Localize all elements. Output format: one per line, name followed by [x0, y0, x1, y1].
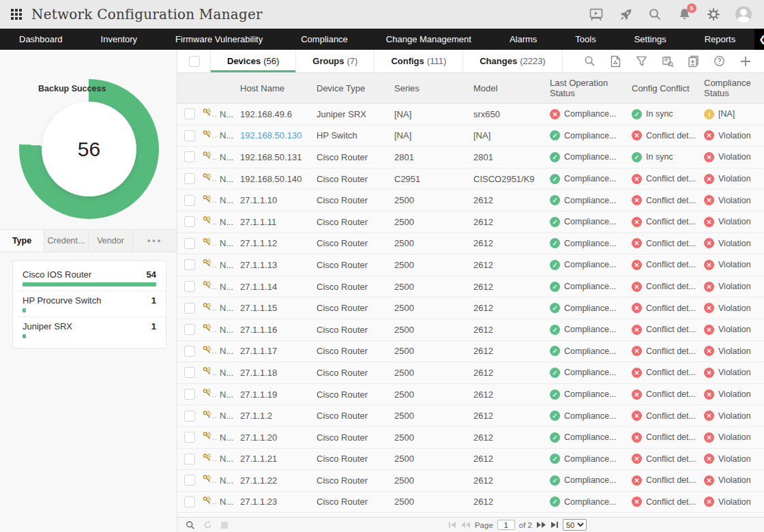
- tab-groups[interactable]: Groups(7): [295, 50, 374, 72]
- row-checkbox[interactable]: [184, 238, 195, 249]
- filter-funnel-icon[interactable]: [635, 55, 648, 68]
- tab-changes[interactable]: Changes(2223): [462, 50, 562, 72]
- demo-monitor-icon[interactable]: [589, 7, 604, 22]
- compliance-status-text[interactable]: Violation: [718, 217, 751, 226]
- compliance-status-text[interactable]: Violation: [718, 196, 751, 205]
- host-name[interactable]: 27.1.1.19: [240, 389, 317, 400]
- device-table-row[interactable]: .. N... 27.1.1.18 Cisco Router 2500 2612…: [177, 362, 764, 384]
- host-name[interactable]: 27.1.1.12: [240, 238, 317, 248]
- config-conflict-status-text[interactable]: In sync: [646, 109, 673, 119]
- device-name-truncated[interactable]: N...: [220, 282, 240, 292]
- last-operation-status-text[interactable]: Compliance...: [564, 497, 616, 507]
- row-checkbox[interactable]: [184, 367, 195, 378]
- page-number-input[interactable]: [497, 520, 515, 530]
- add-device-icon[interactable]: [739, 55, 752, 68]
- host-name[interactable]: 27.1.1.21: [240, 454, 317, 464]
- device-table-row[interactable]: .. N... 27.1.1.23 Cisco Router 2500 2612…: [177, 492, 764, 514]
- device-name-truncated[interactable]: N...: [220, 260, 240, 270]
- device-name-truncated[interactable]: N...: [220, 152, 240, 162]
- last-operation-status-text[interactable]: Compliance...: [564, 389, 616, 399]
- host-name[interactable]: 27.1.1.22: [240, 475, 317, 486]
- last-operation-status-text[interactable]: Compliance...: [564, 239, 616, 248]
- nav-item-tools[interactable]: Tools: [556, 29, 615, 50]
- nav-scroll-left-icon[interactable]: ❮: [754, 34, 764, 44]
- compliance-status-text[interactable]: Violation: [718, 454, 751, 464]
- row-checkbox[interactable]: [184, 454, 195, 464]
- col-model[interactable]: Model: [473, 83, 550, 93]
- config-conflict-status-text[interactable]: Conflict det...: [646, 475, 696, 485]
- row-checkbox[interactable]: [184, 216, 195, 227]
- select-all-checkbox[interactable]: [189, 56, 200, 67]
- device-name-truncated[interactable]: N...: [220, 195, 240, 205]
- row-checkbox[interactable]: [184, 411, 195, 422]
- nav-item-reports[interactable]: Reports: [686, 29, 755, 50]
- sidebar-tab-type[interactable]: Type: [0, 230, 44, 252]
- row-checkbox[interactable]: [184, 195, 195, 206]
- first-page-icon[interactable]: [448, 521, 456, 529]
- device-type-row[interactable]: Juniper SRX 1: [13, 317, 166, 342]
- last-operation-status-text[interactable]: Compliance...: [564, 152, 616, 162]
- compliance-status-text[interactable]: Violation: [718, 152, 751, 162]
- last-operation-status-text[interactable]: Compliance...: [564, 282, 616, 291]
- last-operation-status-text[interactable]: Compliance...: [564, 196, 616, 205]
- config-conflict-status-text[interactable]: In sync: [646, 152, 673, 162]
- config-conflict-status-text[interactable]: Conflict det...: [646, 411, 696, 421]
- config-conflict-status-text[interactable]: Conflict det...: [646, 454, 696, 464]
- donut-legend-label[interactable]: Backup Success: [38, 84, 106, 93]
- rocket-icon[interactable]: [618, 7, 633, 22]
- device-table-row[interactable]: .. N... 27.1.1.2 Cisco Router 2500 2612 …: [177, 405, 764, 427]
- row-checkbox[interactable]: [184, 475, 195, 486]
- device-name-truncated[interactable]: N...: [220, 303, 240, 313]
- last-operation-status-text[interactable]: Compliance...: [564, 131, 616, 141]
- config-conflict-status-text[interactable]: Conflict det...: [646, 260, 696, 269]
- config-search-icon[interactable]: [661, 55, 674, 68]
- col-host-name[interactable]: Host Name: [240, 83, 317, 93]
- host-name[interactable]: 27.1.1.15: [240, 303, 317, 313]
- host-name[interactable]: 27.1.1.18: [240, 368, 317, 378]
- device-name-truncated[interactable]: N...: [220, 130, 240, 141]
- host-name[interactable]: 27.1.1.23: [240, 497, 317, 507]
- host-name[interactable]: 27.1.1.13: [240, 260, 317, 270]
- host-name[interactable]: 27.1.1.17: [240, 346, 317, 356]
- last-operation-status-text[interactable]: Compliance...: [564, 109, 616, 119]
- last-operation-status-text[interactable]: Compliance...: [564, 475, 616, 485]
- row-checkbox[interactable]: [184, 173, 195, 184]
- compliance-status-text[interactable]: Violation: [718, 282, 751, 291]
- config-conflict-status-text[interactable]: Conflict det...: [646, 217, 696, 226]
- device-table-row[interactable]: .. N... 192.168.49.6 Juniper SRX [NA] sr…: [177, 104, 764, 125]
- last-operation-status-text[interactable]: Compliance...: [564, 368, 616, 377]
- row-checkbox[interactable]: [184, 346, 195, 357]
- device-table-row[interactable]: .. N... 27.1.1.13 Cisco Router 2500 2612…: [177, 254, 764, 276]
- device-name-truncated[interactable]: N...: [220, 109, 240, 119]
- help-icon[interactable]: [713, 55, 726, 68]
- row-checkbox[interactable]: [184, 108, 195, 119]
- row-checkbox[interactable]: [184, 130, 195, 141]
- device-table-row[interactable]: .. N... 27.1.1.15 Cisco Router 2500 2612…: [177, 297, 764, 319]
- config-conflict-status-text[interactable]: Conflict det...: [646, 368, 696, 377]
- device-name-truncated[interactable]: N...: [220, 368, 240, 378]
- export-pdf-icon[interactable]: [609, 55, 622, 68]
- device-name-truncated[interactable]: N...: [220, 217, 240, 227]
- last-operation-status-text[interactable]: Compliance...: [564, 325, 616, 334]
- col-compliance-status[interactable]: Compliance Status: [704, 78, 764, 98]
- row-checkbox[interactable]: [184, 281, 195, 292]
- host-name[interactable]: 27.1.1.11: [240, 217, 317, 227]
- config-conflict-status-text[interactable]: Conflict det...: [646, 239, 696, 248]
- device-name-truncated[interactable]: N...: [220, 411, 240, 421]
- device-table-row[interactable]: .. N... 27.1.1.19 Cisco Router 2500 2612…: [177, 384, 764, 406]
- compliance-status-text[interactable]: Violation: [718, 475, 751, 485]
- last-operation-status-text[interactable]: Compliance...: [564, 454, 616, 464]
- device-name-truncated[interactable]: N...: [220, 497, 240, 507]
- last-operation-status-text[interactable]: Compliance...: [564, 260, 616, 269]
- compliance-status-text[interactable]: Violation: [718, 239, 751, 248]
- config-conflict-status-text[interactable]: Conflict det...: [646, 325, 696, 334]
- host-name[interactable]: 192.168.50.131: [240, 152, 317, 162]
- compliance-status-text[interactable]: Violation: [718, 174, 751, 183]
- import-export-configs-icon[interactable]: [687, 55, 700, 68]
- page-size-select[interactable]: 50: [563, 519, 587, 531]
- last-operation-status-text[interactable]: Compliance...: [564, 411, 616, 421]
- host-name[interactable]: 27.1.1.20: [240, 432, 317, 443]
- compliance-status-text[interactable]: Violation: [718, 432, 751, 442]
- config-conflict-status-text[interactable]: Conflict det...: [646, 131, 696, 141]
- config-conflict-status-text[interactable]: Conflict det...: [646, 346, 696, 356]
